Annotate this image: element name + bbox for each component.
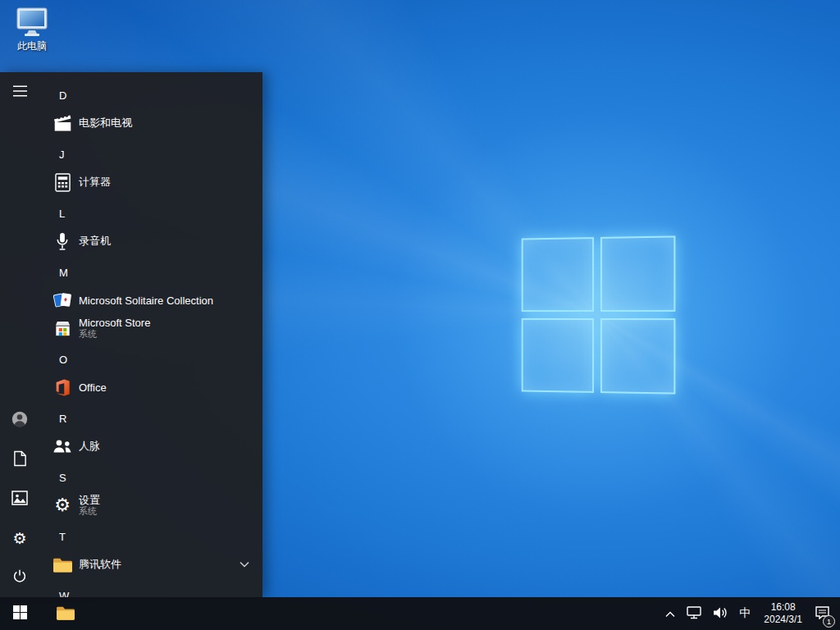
letter-header-o[interactable]: O xyxy=(39,345,262,373)
letter-label: R xyxy=(59,413,66,425)
action-center-button[interactable]: 1 xyxy=(810,597,835,630)
desktop-icon-this-pc[interactable]: 此电脑 xyxy=(8,7,56,53)
hamburger-icon xyxy=(13,85,27,99)
app-label: Microsoft Solitaire Collection xyxy=(79,294,213,307)
app-item-settings[interactable]: ⚙ 设置 系统 xyxy=(39,491,262,519)
windows-logo-icon xyxy=(13,605,27,622)
notification-badge: 1 xyxy=(823,615,835,628)
start-button[interactable] xyxy=(0,597,39,630)
letter-header-d[interactable]: D xyxy=(39,81,262,109)
app-sublabel: 系统 xyxy=(79,506,100,517)
app-item-voice-recorder[interactable]: 录音机 xyxy=(39,227,262,255)
app-item-solitaire[interactable]: Microsoft Solitaire Collection xyxy=(39,286,262,314)
letter-header-r[interactable]: R xyxy=(39,404,262,432)
chevron-down-icon[interactable] xyxy=(240,561,249,568)
power-icon xyxy=(12,568,27,587)
settings-button[interactable]: ⚙ xyxy=(0,518,39,558)
user-account-button[interactable] xyxy=(0,400,39,440)
app-label: Office xyxy=(79,381,107,394)
file-explorer-icon xyxy=(56,605,75,623)
folder-icon xyxy=(51,553,74,576)
clock-time: 16:08 xyxy=(771,601,796,614)
app-item-calculator[interactable]: 计算器 xyxy=(39,168,262,196)
app-label: 设置 xyxy=(79,494,100,506)
letter-label: M xyxy=(59,267,68,279)
letter-label: J xyxy=(59,148,65,161)
gear-icon: ⚙ xyxy=(12,531,26,546)
pictures-button[interactable] xyxy=(0,479,39,518)
app-label-group: Microsoft Store 系统 xyxy=(79,317,150,340)
start-menu: ⚙ D 电影和电 xyxy=(0,72,262,597)
ime-indicator[interactable]: 中 xyxy=(733,597,756,630)
taskbar-clock[interactable]: 16:08 2024/3/1 xyxy=(756,597,810,630)
app-item-microsoft-store[interactable]: Microsoft Store 系统 xyxy=(39,314,262,342)
logo-pane xyxy=(600,235,675,312)
calculator-icon xyxy=(51,171,74,194)
app-item-tencent-folder[interactable]: 腾讯软件 xyxy=(39,550,262,578)
speaker-icon xyxy=(713,606,728,622)
letter-label: O xyxy=(59,354,67,366)
app-label: 腾讯软件 xyxy=(79,557,121,572)
app-item-movies-tv[interactable]: 电影和电视 xyxy=(39,109,262,137)
store-icon xyxy=(51,317,74,340)
start-menu-app-list: D 电影和电视 J xyxy=(39,72,262,597)
letter-header-m[interactable]: M xyxy=(39,258,262,286)
logo-pane xyxy=(522,318,594,393)
desktop-icon-label: 此电脑 xyxy=(8,39,56,53)
volume-button[interactable] xyxy=(707,597,733,630)
letter-label: D xyxy=(59,89,66,102)
letter-header-w[interactable]: W xyxy=(39,582,262,597)
app-label: 计算器 xyxy=(79,175,111,189)
solitaire-icon xyxy=(51,289,74,312)
app-label: 电影和电视 xyxy=(79,116,132,130)
logo-pane xyxy=(600,318,675,395)
tray-expand-button[interactable] xyxy=(660,597,681,630)
app-label: Microsoft Store xyxy=(79,317,150,329)
network-icon xyxy=(687,606,701,622)
office-icon xyxy=(51,376,74,399)
clock-date: 2024/3/1 xyxy=(764,614,802,626)
documents-button[interactable] xyxy=(0,440,39,479)
wallpaper-windows-logo xyxy=(522,235,676,394)
gear-icon: ⚙ xyxy=(51,494,74,517)
rail-bottom-group: ⚙ xyxy=(0,400,39,597)
app-label: 人脉 xyxy=(79,439,100,454)
app-item-people[interactable]: 人脉 xyxy=(39,432,262,460)
letter-header-l[interactable]: L xyxy=(39,199,262,227)
document-icon xyxy=(13,450,27,469)
chevron-up-icon xyxy=(665,608,675,620)
start-menu-rail: ⚙ xyxy=(0,72,39,597)
taskbar: 中 16:08 2024/3/1 1 xyxy=(0,597,840,630)
letter-label: S xyxy=(59,472,66,484)
letter-label: W xyxy=(59,590,69,598)
network-button[interactable] xyxy=(681,597,707,630)
pictures-icon xyxy=(11,491,28,508)
letter-label: T xyxy=(59,531,66,543)
logo-pane xyxy=(522,237,594,312)
hamburger-menu-button[interactable] xyxy=(0,72,39,112)
app-label-group: 设置 系统 xyxy=(79,494,100,517)
file-explorer-button[interactable] xyxy=(49,597,82,630)
app-item-office[interactable]: Office xyxy=(39,373,262,401)
power-button[interactable] xyxy=(0,558,39,597)
letter-label: L xyxy=(59,208,65,220)
voice-recorder-icon xyxy=(51,230,74,253)
app-label: 录音机 xyxy=(79,234,111,249)
system-tray: 中 16:08 2024/3/1 1 xyxy=(660,597,840,630)
letter-header-t[interactable]: T xyxy=(39,523,262,550)
letter-header-j[interactable]: J xyxy=(39,140,262,168)
people-icon xyxy=(51,435,74,458)
user-avatar-icon xyxy=(11,410,29,431)
movies-tv-icon xyxy=(51,112,74,135)
letter-header-s[interactable]: S xyxy=(39,463,262,491)
app-sublabel: 系统 xyxy=(79,329,150,340)
this-pc-icon xyxy=(15,7,49,38)
